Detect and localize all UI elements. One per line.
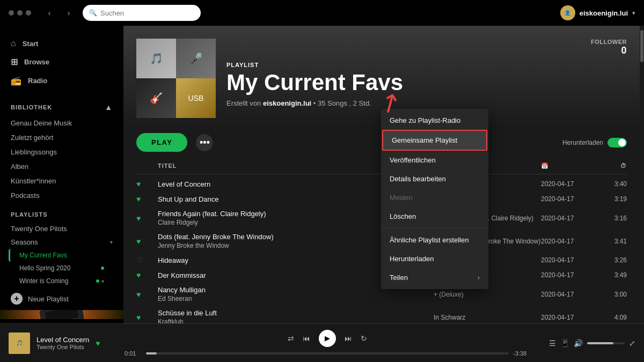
sidebar-item-liked-songs[interactable]: Lieblingssongs [4, 145, 119, 159]
more-options-button[interactable]: ••• [196, 134, 213, 151]
play-pause-button[interactable]: ▶ [319, 330, 336, 347]
track-name: Nancy Mulligan [158, 286, 206, 294]
user-name-label[interactable]: eiskoenigin.lui [580, 9, 628, 17]
track-duration: 3:40 [595, 180, 627, 188]
track-duration: 3:26 [595, 256, 627, 264]
song-count: 35 Songs [318, 99, 347, 107]
volume-icon[interactable]: 🔊 [574, 339, 583, 348]
playlist-cover: 🎵 🎤 🎸 USB [136, 39, 216, 118]
chevron-down-icon[interactable]: ▾ [632, 10, 635, 17]
track-name-wrap: Hideaway [158, 256, 326, 264]
heart-icon[interactable]: ♥ [136, 195, 158, 203]
previous-button[interactable]: ⏮ [303, 334, 310, 343]
context-menu-teilen[interactable]: Teilen › [381, 268, 488, 287]
heart-icon[interactable]: ♡ [136, 256, 158, 264]
sidebar-item-twenty-one-pilots[interactable]: Twenty One Pilots [4, 222, 119, 235]
creator-link[interactable]: eiskoenigin.lui [263, 99, 311, 107]
heart-icon[interactable]: ♥ [136, 214, 158, 223]
library-collapse-icon[interactable]: ▲ [105, 103, 113, 112]
window-close-dot[interactable] [9, 10, 14, 16]
search-bar[interactable]: 🔍 [83, 5, 201, 21]
context-menu-separator [381, 228, 488, 228]
track-duration: 3:49 [595, 271, 627, 279]
heart-icon[interactable]: ♥ [136, 290, 158, 299]
track-duration: 3:16 [595, 215, 627, 222]
track-name-wrap: Level of Concern [158, 180, 326, 188]
devices-button[interactable]: 📱 [560, 339, 569, 348]
sidebar-item-browse[interactable]: ⊞ Browse [4, 53, 119, 71]
track-artist: Ed Sheeran [158, 295, 326, 302]
home-icon: ⌂ [11, 39, 16, 48]
shuffle-button[interactable]: ⇄ [288, 334, 294, 343]
window-max-dot[interactable] [26, 10, 31, 16]
forward-button[interactable]: › [61, 5, 76, 20]
download-toggle-switch[interactable] [608, 138, 627, 147]
progress-bar[interactable] [146, 352, 509, 354]
expand-chevron-icon[interactable]: ▾ [101, 278, 104, 284]
track-album: In Schwarz [434, 314, 541, 321]
sidebar-item-hello-spring[interactable]: Hello Spring 2020 [9, 262, 115, 275]
followers-count: 0 [591, 45, 627, 56]
player-track-text: Level of Concern Twenty One Pilots [36, 336, 89, 350]
volume-bar[interactable] [587, 342, 625, 344]
sidebar-item-winter-is-coming[interactable]: Winter is Coming ▾ [9, 275, 115, 287]
track-name: Friends Again (feat. Claire Ridgely) [158, 210, 266, 218]
track-duration: 3:41 [595, 238, 627, 245]
player-heart-icon[interactable]: ♥ [96, 339, 100, 348]
track-date: 2020-04-17 [541, 238, 595, 245]
current-time: 0:01 [125, 350, 142, 357]
sub-item-label: My Current Favs [19, 252, 67, 259]
context-menu-veroeffentlichen[interactable]: Veröffentlichen [381, 151, 488, 169]
context-menu-gemeinsame-playlist[interactable]: Gemeinsame Playlist [382, 130, 487, 151]
track-name-wrap: Friends Again (feat. Claire Ridgely) Cla… [158, 210, 326, 226]
player-track-info: 🎵 Level of Concern Twenty One Pilots ♥ [9, 333, 116, 354]
cover-quad-3: 🎸 [136, 78, 176, 118]
sidebar-item-radio[interactable]: 📻 Radio [4, 71, 119, 90]
track-name: Schüsse in die Luft [158, 309, 217, 317]
sidebar-item-podcasts[interactable]: Podcasts [4, 188, 119, 203]
table-row[interactable]: ♥ Schüsse in die Luft Kraftklub In Schwa… [136, 306, 627, 323]
heart-icon[interactable]: ♥ [136, 237, 158, 246]
right-scrollbar[interactable] [640, 26, 644, 323]
avatar[interactable]: 👤 [560, 5, 575, 20]
context-menu-similar[interactable]: Ähnliche Playlist erstellen [381, 231, 488, 249]
add-playlist-label: Neue Playlist [28, 295, 69, 303]
sidebar-item-my-current-favs[interactable]: My Current Favs [9, 249, 115, 262]
repeat-button[interactable]: ↻ [361, 334, 367, 343]
heart-icon[interactable]: ♥ [136, 271, 158, 279]
heart-icon[interactable]: ♥ [136, 313, 158, 322]
sidebar-item-start[interactable]: ⌂ Start [4, 34, 119, 53]
context-menu-playlist-radio[interactable]: Gehe zu Playlist-Radio [381, 111, 488, 130]
window-min-dot[interactable] [17, 10, 23, 16]
search-input[interactable] [100, 9, 194, 17]
track-duration: 3:00 [595, 291, 627, 298]
scroll-thumb[interactable] [640, 30, 643, 62]
back-button[interactable]: ‹ [42, 5, 57, 20]
play-button[interactable]: PLAY [136, 133, 187, 152]
queue-button[interactable]: ☰ [549, 339, 556, 348]
add-playlist-button[interactable]: + Neue Playlist [0, 287, 123, 310]
sidebar-item-artists[interactable]: Künstler*innen [4, 174, 119, 188]
sidebar-item-seasons[interactable]: Seasons ▾ [4, 235, 119, 249]
context-menu-details[interactable]: Details bearbeiten [381, 169, 488, 188]
window-controls [9, 10, 31, 16]
next-button[interactable]: ⏭ [345, 334, 352, 343]
heart-icon[interactable]: ♥ [136, 180, 158, 188]
track-name-wrap: Shut Up and Dance [158, 195, 326, 203]
track-name-wrap: Nancy Mulligan Ed Sheeran [158, 286, 326, 302]
context-menu-loeschen[interactable]: Löschen [381, 207, 488, 226]
fullscreen-button[interactable]: ⤢ [629, 339, 635, 348]
progress-fill [146, 352, 157, 354]
player-controls: ⇄ ⏮ ▶ ⏭ ↻ 0:01 -3:38 [125, 330, 530, 357]
context-menu-herunterladen[interactable]: Herunterladen [381, 249, 488, 268]
sidebar-item-albums[interactable]: Alben [4, 159, 119, 174]
track-artist: Jenny Broke the Window [158, 242, 326, 249]
sidebar-item-my-music[interactable]: Genau Deine Musik [4, 116, 119, 130]
player-track-artist: Twenty One Pilots [36, 344, 89, 350]
track-date: 2020-04-17 [541, 180, 595, 188]
progress-bar-container: 0:01 -3:38 [125, 350, 530, 357]
track-date: 2020-04-17 [541, 195, 595, 203]
sidebar-item-recently-played[interactable]: Zuletzt gehört [4, 130, 119, 145]
search-icon: 🔍 [89, 9, 97, 17]
track-name: Hideaway [158, 256, 188, 264]
